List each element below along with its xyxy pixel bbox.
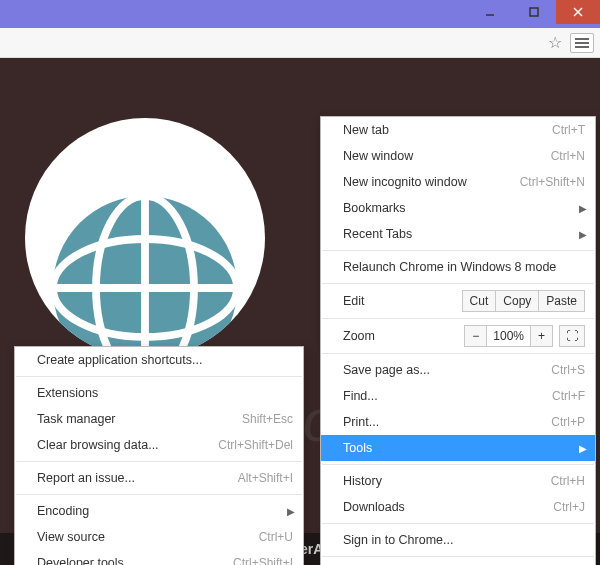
edit-label: Edit	[343, 294, 462, 308]
item-relaunch[interactable]: Relaunch Chrome in Windows 8 mode	[321, 254, 595, 280]
item-encoding[interactable]: Encoding▶	[15, 498, 303, 524]
item-create-shortcuts[interactable]: Create application shortcuts...	[15, 347, 303, 373]
item-history[interactable]: HistoryCtrl+H	[321, 468, 595, 494]
item-clear-data[interactable]: Clear browsing data...Ctrl+Shift+Del	[15, 432, 303, 458]
item-tools[interactable]: Tools▶	[321, 435, 595, 461]
item-edit: Edit Cut Copy Paste	[321, 287, 595, 315]
copy-button[interactable]: Copy	[496, 290, 539, 312]
separator	[16, 461, 302, 462]
item-zoom: Zoom − 100% + ⛶	[321, 322, 595, 350]
zoom-label: Zoom	[343, 329, 464, 343]
item-view-source[interactable]: View sourceCtrl+U	[15, 524, 303, 550]
chevron-right-icon: ▶	[579, 229, 587, 240]
logo-globe	[25, 118, 265, 358]
item-signin[interactable]: Sign in to Chrome...	[321, 527, 595, 553]
bookmark-star-icon[interactable]: ☆	[548, 33, 562, 52]
separator	[322, 464, 594, 465]
chevron-right-icon: ▶	[579, 443, 587, 454]
zoom-value: 100%	[487, 325, 530, 347]
separator	[322, 353, 594, 354]
main-menu: New tabCtrl+T New windowCtrl+N New incog…	[320, 116, 596, 565]
zoom-out-button[interactable]: −	[464, 325, 487, 347]
svg-rect-1	[530, 8, 538, 16]
window-titlebar	[0, 0, 600, 28]
chevron-right-icon: ▶	[287, 506, 295, 517]
cut-button[interactable]: Cut	[462, 290, 497, 312]
separator	[322, 283, 594, 284]
item-settings[interactable]: Settings	[321, 560, 595, 565]
separator	[16, 494, 302, 495]
item-recent-tabs[interactable]: Recent Tabs▶	[321, 221, 595, 247]
page-content: k.com erArmor New tabCtrl+T New windowCt…	[0, 58, 600, 565]
item-bookmarks[interactable]: Bookmarks▶	[321, 195, 595, 221]
close-button[interactable]	[556, 0, 600, 24]
item-devtools[interactable]: Developer toolsCtrl+Shift+I	[15, 550, 303, 565]
maximize-button[interactable]	[512, 0, 556, 24]
separator	[322, 556, 594, 557]
paste-button[interactable]: Paste	[539, 290, 585, 312]
minimize-button[interactable]	[468, 0, 512, 24]
item-downloads[interactable]: DownloadsCtrl+J	[321, 494, 595, 520]
item-task-manager[interactable]: Task managerShift+Esc	[15, 406, 303, 432]
item-print[interactable]: Print...Ctrl+P	[321, 409, 595, 435]
item-find[interactable]: Find...Ctrl+F	[321, 383, 595, 409]
zoom-in-button[interactable]: +	[530, 325, 553, 347]
main-menu-button[interactable]	[570, 33, 594, 53]
item-incognito[interactable]: New incognito windowCtrl+Shift+N	[321, 169, 595, 195]
separator	[322, 523, 594, 524]
separator	[16, 376, 302, 377]
item-save[interactable]: Save page as...Ctrl+S	[321, 357, 595, 383]
item-extensions[interactable]: Extensions	[15, 380, 303, 406]
tools-submenu: Create application shortcuts... Extensio…	[14, 346, 304, 565]
chevron-right-icon: ▶	[579, 203, 587, 214]
item-report-issue[interactable]: Report an issue...Alt+Shift+I	[15, 465, 303, 491]
item-new-tab[interactable]: New tabCtrl+T	[321, 117, 595, 143]
fullscreen-button[interactable]: ⛶	[559, 325, 585, 347]
separator	[322, 250, 594, 251]
item-new-window[interactable]: New windowCtrl+N	[321, 143, 595, 169]
toolbar: ☆	[0, 28, 600, 58]
separator	[322, 318, 594, 319]
